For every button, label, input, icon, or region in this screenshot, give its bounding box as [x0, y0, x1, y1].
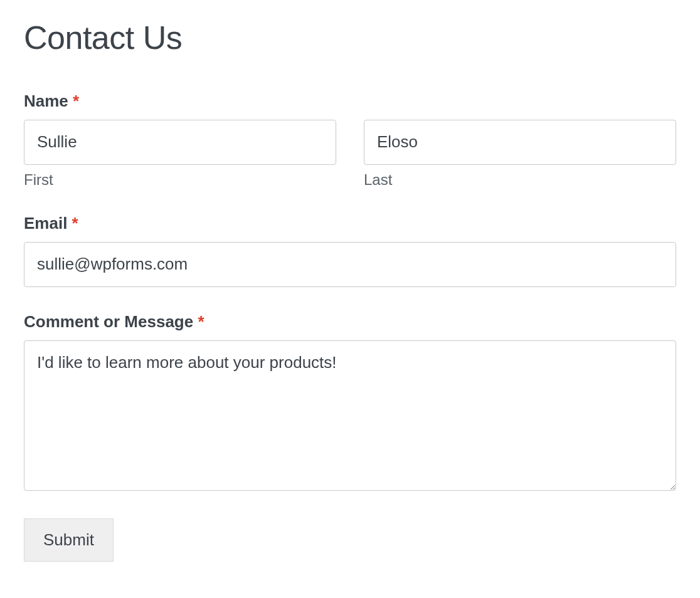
name-label: Name * [24, 92, 676, 111]
first-name-col: First [24, 120, 336, 189]
message-label-text: Comment or Message [24, 312, 193, 331]
first-name-input[interactable] [24, 120, 336, 165]
email-input[interactable] [24, 242, 676, 287]
name-row: First Last [24, 120, 676, 189]
contact-form: Name * First Last Email * Comment or Mes… [24, 92, 676, 562]
page-title: Contact Us [24, 19, 676, 56]
last-name-sublabel: Last [364, 171, 676, 189]
last-name-col: Last [364, 120, 676, 189]
message-label: Comment or Message * [24, 312, 676, 332]
required-indicator: * [73, 92, 79, 110]
name-label-text: Name [24, 92, 68, 110]
first-name-sublabel: First [24, 171, 336, 189]
email-label-text: Email [24, 214, 67, 233]
required-indicator: * [72, 214, 78, 233]
submit-button[interactable]: Submit [24, 518, 114, 562]
email-field-group: Email * [24, 214, 676, 287]
name-field-group: Name * First Last [24, 92, 676, 189]
required-indicator: * [198, 312, 204, 331]
last-name-input[interactable] [364, 120, 676, 165]
email-label: Email * [24, 214, 676, 233]
message-field-group: Comment or Message * [24, 312, 676, 493]
message-textarea[interactable] [24, 340, 676, 491]
